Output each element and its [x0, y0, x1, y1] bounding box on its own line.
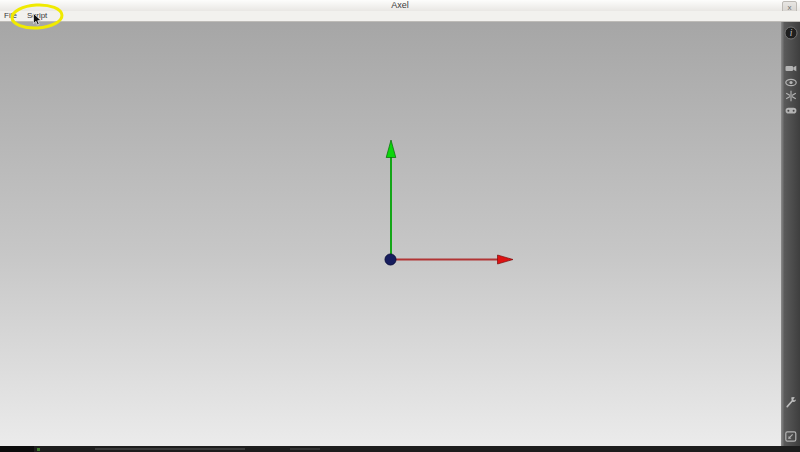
axel-window: Axel x File Script i — [0, 0, 800, 452]
x-axis-arrowhead — [498, 255, 514, 264]
title-bar: Axel — [0, 0, 800, 11]
svg-text:i: i — [790, 28, 793, 38]
right-toolbar: i — [781, 22, 800, 452]
taskbar-green-speck — [37, 448, 40, 451]
eye-icon[interactable] — [784, 76, 798, 90]
menu-item-script[interactable]: Script — [27, 11, 47, 21]
axes-gizmo — [340, 100, 540, 275]
wrench-icon[interactable] — [784, 396, 798, 410]
menu-item-file[interactable]: File — [4, 11, 17, 21]
video-camera-icon[interactable] — [784, 62, 798, 76]
taskbar-smudge — [95, 448, 245, 450]
taskbar-corner — [0, 446, 34, 452]
y-axis-arrowhead — [386, 140, 396, 158]
gamepad-icon[interactable] — [784, 104, 798, 118]
taskbar-smudge-2 — [290, 448, 320, 450]
info-icon[interactable]: i — [784, 26, 798, 40]
taskbar-sliver — [0, 446, 800, 452]
origin-point — [385, 254, 396, 265]
viewport-3d[interactable] — [0, 22, 781, 446]
axes-gizmo-icon[interactable] — [784, 90, 798, 104]
fullscreen-expand-icon[interactable] — [784, 430, 798, 444]
menu-bar: File Script — [0, 11, 800, 22]
window-title: Axel — [391, 0, 409, 11]
